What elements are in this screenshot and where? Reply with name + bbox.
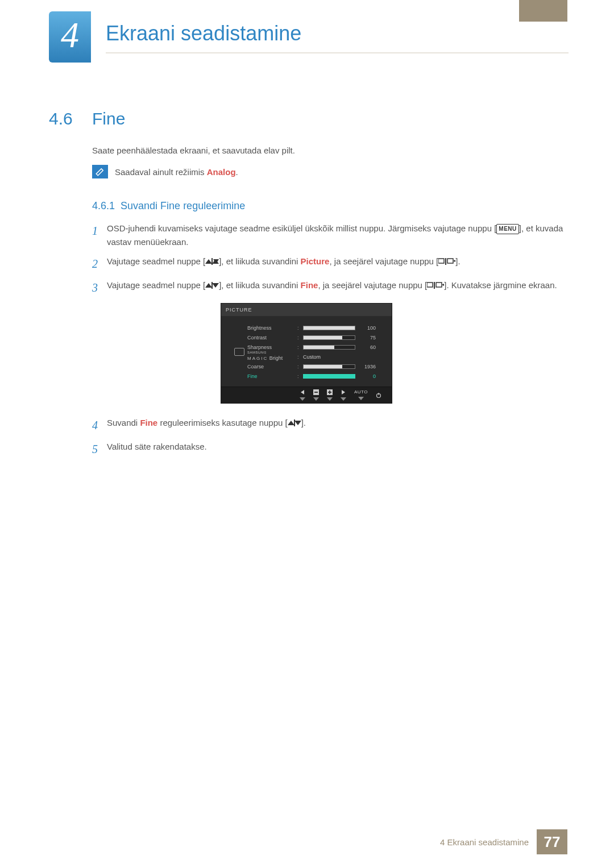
osd-colon: : bbox=[297, 334, 303, 342]
osd-colon: : bbox=[297, 343, 303, 351]
step2-text-a: Vajutage seadmel nuppe [ bbox=[107, 256, 205, 266]
subsection-number: 4.6.1 bbox=[92, 200, 115, 211]
source-enter-icon bbox=[438, 255, 455, 269]
step4-text-a: Suvandi bbox=[107, 418, 140, 427]
svg-marker-13 bbox=[301, 390, 304, 394]
osd-bright: Bright bbox=[269, 355, 283, 361]
svg-rect-16 bbox=[314, 392, 318, 393]
osd-colon: : bbox=[297, 353, 303, 361]
osd-label: SAMSUNG MAGIC Bright bbox=[247, 351, 297, 362]
osd-body: Brightness : 100 Contrast : 75 Sha bbox=[221, 316, 392, 387]
osd-bar-active bbox=[303, 374, 355, 379]
svg-rect-28 bbox=[294, 420, 295, 426]
osd-row-coarse: Coarse : 1936 bbox=[247, 362, 384, 371]
osd-bar bbox=[303, 335, 355, 340]
step-number: 1 bbox=[92, 222, 107, 249]
osd-figure: PICTURE Brightness : 100 Contrast : bbox=[221, 303, 392, 404]
osd-colon: : bbox=[297, 324, 303, 332]
step2-text-d: ]. bbox=[455, 256, 460, 266]
osd-magic: MAGIC bbox=[247, 356, 268, 361]
osd-label-active: Fine bbox=[247, 372, 297, 380]
step-number: 3 bbox=[92, 279, 107, 410]
osd-row-contrast: Contrast : 75 bbox=[247, 333, 384, 342]
osd-title: PICTURE bbox=[221, 304, 392, 316]
step4-text-b: reguleerimiseks kasutage nuppu [ bbox=[157, 418, 287, 427]
svg-rect-2 bbox=[438, 259, 444, 263]
osd-row-brightness: Brightness : 100 bbox=[247, 323, 384, 333]
osd-label: Sharpness bbox=[247, 343, 297, 351]
step-number: 2 bbox=[92, 255, 107, 273]
osd-value-active: 0 bbox=[355, 372, 378, 380]
svg-rect-11 bbox=[436, 283, 442, 287]
up-down-arrows-icon bbox=[205, 255, 219, 269]
osd-magic-value: Custom bbox=[303, 353, 355, 361]
step4-text-c: ]. bbox=[301, 418, 306, 427]
chapter-badge: 4 bbox=[49, 11, 91, 63]
step-body: Vajutage seadmel nuppe [], et liikuda su… bbox=[107, 279, 557, 410]
step: 3 Vajutage seadmel nuppe [], et liikuda … bbox=[92, 279, 569, 410]
osd-row-fine: Fine : 0 bbox=[247, 371, 384, 381]
source-enter-icon bbox=[427, 279, 444, 293]
step: 5 Valitud säte rakendatakse. bbox=[92, 440, 569, 458]
osd-bar bbox=[303, 326, 355, 330]
osd-value: 1936 bbox=[355, 363, 378, 371]
chapter-title: Ekraani seadistamine bbox=[106, 22, 301, 45]
osd-footer: AUTO bbox=[221, 387, 392, 403]
osd-value: 100 bbox=[355, 324, 378, 332]
step-number: 5 bbox=[92, 440, 107, 458]
svg-rect-4 bbox=[447, 259, 453, 263]
up-down-arrows-icon bbox=[205, 279, 219, 293]
subsection-title: Suvandi Fine reguleerimine bbox=[121, 200, 245, 211]
osd-value: 60 bbox=[355, 343, 378, 351]
note-prefix: Saadaval ainult režiimis bbox=[115, 167, 207, 177]
osd-nav-enter-icon bbox=[341, 389, 346, 402]
section-number: 4.6 bbox=[49, 109, 73, 128]
step: 1 OSD-juhendi kuvamiseks vajutage seadme… bbox=[92, 222, 569, 249]
subsection-heading: 4.6.1 Suvandi Fine reguleerimine bbox=[92, 200, 245, 212]
svg-rect-26 bbox=[378, 393, 379, 395]
osd-category-icon bbox=[231, 323, 247, 381]
svg-marker-14 bbox=[300, 397, 305, 401]
note-row: Saadaval ainult režiimis Analog. bbox=[92, 165, 238, 178]
note-icon bbox=[92, 165, 108, 178]
osd-nav-minus-icon bbox=[313, 389, 319, 402]
step: 2 Vajutage seadmel nuppe [], et liikuda … bbox=[92, 255, 569, 273]
step3-text-b: ], et liikuda suvandini bbox=[219, 280, 300, 290]
menu-button-label: MENU bbox=[496, 224, 518, 234]
osd-nav-back-icon bbox=[300, 389, 305, 402]
up-down-arrows-icon bbox=[288, 417, 301, 430]
svg-marker-17 bbox=[313, 397, 319, 401]
osd-value: 75 bbox=[355, 334, 378, 342]
svg-rect-3 bbox=[445, 258, 446, 265]
svg-marker-8 bbox=[212, 283, 219, 288]
osd-row-sharpness: Sharpness : 60 bbox=[247, 342, 384, 352]
chapter-rule bbox=[106, 52, 569, 53]
step3-text-a: Vajutage seadmel nuppe [ bbox=[107, 280, 205, 290]
osd-nav-auto: AUTO bbox=[354, 390, 368, 401]
step-body: Suvandi Fine reguleerimiseks kasutage nu… bbox=[107, 416, 306, 434]
svg-rect-20 bbox=[329, 391, 330, 394]
osd-auto-label: AUTO bbox=[354, 390, 368, 394]
step3-text-d: ]. Kuvatakse järgmine ekraan. bbox=[444, 280, 557, 290]
osd-nav-power-icon bbox=[376, 393, 381, 398]
note-suffix: . bbox=[236, 167, 238, 177]
steps-list: 1 OSD-juhendi kuvamiseks vajutage seadme… bbox=[92, 222, 569, 464]
step-body: Valitud säte rakendatakse. bbox=[107, 440, 207, 458]
osd-colon: : bbox=[297, 372, 303, 380]
svg-marker-29 bbox=[294, 421, 301, 425]
svg-marker-22 bbox=[342, 390, 345, 394]
chapter-number: 4 bbox=[61, 14, 79, 60]
page-footer: 4 Ekraani seadistamine 77 bbox=[0, 829, 614, 854]
section-intro: Saate peenhäälestada ekraani, et saavuta… bbox=[92, 146, 295, 155]
step2-text-c: , ja seejärel vajutage nuppu [ bbox=[329, 256, 438, 266]
note-keyword: Analog bbox=[207, 167, 236, 177]
svg-marker-23 bbox=[341, 397, 346, 401]
footer-label: 4 Ekraani seadistamine bbox=[0, 829, 537, 854]
osd-bar bbox=[303, 345, 355, 350]
svg-marker-27 bbox=[288, 421, 294, 425]
step-body: Vajutage seadmel nuppe [], et liikuda su… bbox=[107, 255, 460, 273]
osd-row-magicbright: SAMSUNG MAGIC Bright : Custom bbox=[247, 352, 384, 362]
top-stripe bbox=[519, 0, 567, 22]
svg-rect-10 bbox=[434, 282, 435, 289]
note-text: Saadaval ainult režiimis Analog. bbox=[115, 167, 238, 177]
